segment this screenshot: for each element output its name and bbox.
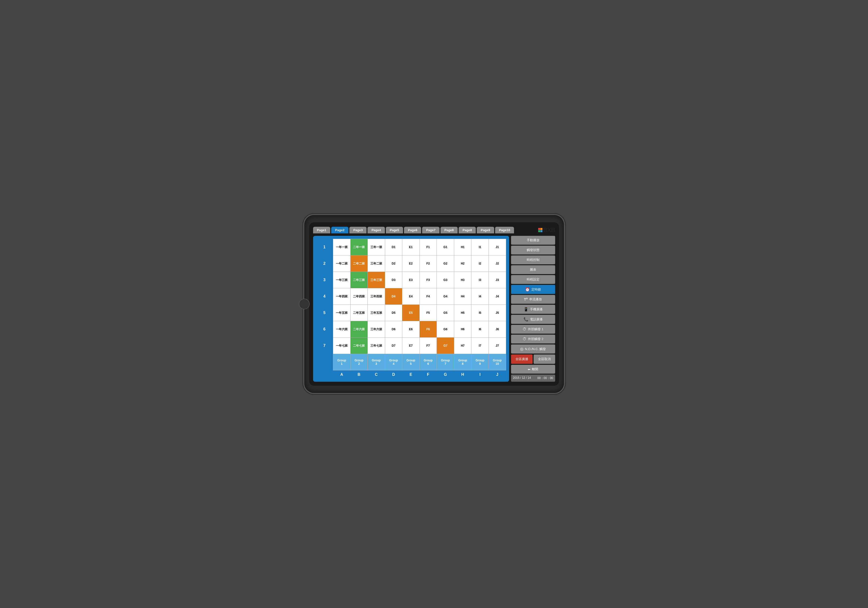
cell-6-A[interactable]: 一年六班 xyxy=(333,321,350,337)
cell-6-B[interactable]: 二年六班 xyxy=(350,321,368,337)
cell-4-H[interactable]: H4 xyxy=(454,288,471,305)
cell-3-J[interactable]: J3 xyxy=(488,272,506,288)
tab-page8a[interactable]: Page8 xyxy=(440,227,458,233)
sidebar-btn-stream[interactable]: T◎ 串流播放 xyxy=(511,295,555,304)
group-8[interactable]: Group 8 xyxy=(454,354,471,370)
cell-1-I[interactable]: I1 xyxy=(471,239,489,255)
cell-4-A[interactable]: 一年四班 xyxy=(333,288,350,305)
cell-7-D[interactable]: D7 xyxy=(385,337,402,354)
sidebar-btn-ext1[interactable]: ⏱ 外部觸發 1 xyxy=(511,325,555,334)
cell-7-I[interactable]: I7 xyxy=(471,337,489,354)
group-10[interactable]: Group 10 xyxy=(488,354,506,370)
cell-4-F[interactable]: F4 xyxy=(419,288,437,305)
sidebar-btn-ext2[interactable]: ⏱ 外部觸發 2 xyxy=(511,334,555,344)
cell-1-A[interactable]: 一年一班 xyxy=(333,239,350,255)
tab-page7[interactable]: Page7 xyxy=(422,227,439,233)
cell-2-D[interactable]: D2 xyxy=(385,255,402,272)
cell-6-G[interactable]: G6 xyxy=(437,321,454,337)
cell-5-J[interactable]: J5 xyxy=(488,305,506,321)
cell-5-G[interactable]: G5 xyxy=(437,305,454,321)
cell-3-B[interactable]: 二年三班 xyxy=(350,272,368,288)
tab-page1[interactable]: Page1 xyxy=(313,227,330,233)
cell-5-I[interactable]: I5 xyxy=(471,305,489,321)
group-1[interactable]: Group 1 xyxy=(333,354,350,370)
tab-page10[interactable]: Page10 xyxy=(495,227,514,233)
cell-6-H[interactable]: H6 xyxy=(454,321,471,337)
cell-4-B[interactable]: 二年四班 xyxy=(350,288,368,305)
tab-page2[interactable]: Page2 xyxy=(331,227,349,233)
cell-4-G[interactable]: G4 xyxy=(437,288,454,305)
cell-7-E[interactable]: E7 xyxy=(402,337,420,354)
cell-2-I[interactable]: I2 xyxy=(471,255,489,272)
cell-2-E[interactable]: E2 xyxy=(402,255,420,272)
cell-6-D[interactable]: D6 xyxy=(385,321,402,337)
home-button[interactable] xyxy=(299,299,310,309)
cell-3-C[interactable]: 三年三班 xyxy=(368,272,385,288)
group-7[interactable]: Group 7 xyxy=(437,354,454,370)
cell-1-G[interactable]: G1 xyxy=(437,239,454,255)
cell-1-D[interactable]: D1 xyxy=(385,239,402,255)
cell-2-J[interactable]: J2 xyxy=(488,255,506,272)
cell-4-D[interactable]: D4 xyxy=(385,288,402,305)
tab-page8b[interactable]: Page8 xyxy=(459,227,476,233)
cell-5-D[interactable]: D5 xyxy=(385,305,402,321)
cell-1-E[interactable]: E1 xyxy=(402,239,420,255)
exit-button[interactable]: ⬅ 離開 xyxy=(511,365,555,374)
cell-1-C[interactable]: 三年一班 xyxy=(368,239,385,255)
tab-page9[interactable]: Page9 xyxy=(477,227,494,233)
sidebar-btn-schedule-control[interactable]: 時程控制 xyxy=(511,255,555,264)
cancel-all-button[interactable]: 全區取消 xyxy=(533,355,555,364)
cell-3-G[interactable]: G3 xyxy=(437,272,454,288)
cell-7-B[interactable]: 二年七班 xyxy=(350,337,368,354)
sidebar-btn-trigger-state[interactable]: 觸發狀態 xyxy=(511,246,555,255)
cell-4-J[interactable]: J4 xyxy=(488,288,506,305)
cell-2-F[interactable]: F2 xyxy=(419,255,437,272)
cell-4-E[interactable]: E4 xyxy=(402,288,420,305)
sidebar-btn-timer[interactable]: ⏰ 定時鐘 xyxy=(511,285,555,294)
cell-3-F[interactable]: F3 xyxy=(419,272,437,288)
cell-7-H[interactable]: H7 xyxy=(454,337,471,354)
group-2[interactable]: Group 2 xyxy=(350,354,368,370)
cell-1-F[interactable]: F1 xyxy=(419,239,437,255)
cell-6-C[interactable]: 三年六班 xyxy=(368,321,385,337)
cell-5-C[interactable]: 三年五班 xyxy=(368,305,385,321)
cell-5-H[interactable]: H5 xyxy=(454,305,471,321)
cell-1-B[interactable]: 二年一班 xyxy=(350,239,368,255)
cell-3-I[interactable]: I3 xyxy=(471,272,489,288)
sidebar-btn-schedule-set[interactable]: 時程設定 xyxy=(511,275,555,284)
cell-3-H[interactable]: H3 xyxy=(454,272,471,288)
sidebar-btn-chart[interactable]: 圖表 xyxy=(511,265,555,274)
group-4[interactable]: Group 4 xyxy=(385,354,402,370)
sidebar-btn-mobile[interactable]: 📱 手機廣播 xyxy=(511,305,555,314)
cell-5-E[interactable]: E5 xyxy=(402,305,420,321)
cell-3-D[interactable]: D3 xyxy=(385,272,402,288)
cell-6-J[interactable]: J6 xyxy=(488,321,506,337)
cell-6-I[interactable]: I6 xyxy=(471,321,489,337)
cell-3-A[interactable]: 一年三班 xyxy=(333,272,350,288)
cell-2-B[interactable]: 二年二班 xyxy=(350,255,368,272)
cell-5-F[interactable]: F5 xyxy=(419,305,437,321)
broadcast-button[interactable]: 全區廣播 xyxy=(511,355,533,364)
cell-2-H[interactable]: H2 xyxy=(454,255,471,272)
tab-page6[interactable]: Page6 xyxy=(404,227,421,233)
cell-2-A[interactable]: 一年二班 xyxy=(333,255,350,272)
cell-2-C[interactable]: 三年二班 xyxy=(368,255,385,272)
cell-7-C[interactable]: 三年七班 xyxy=(368,337,385,354)
cell-7-A[interactable]: 一年七班 xyxy=(333,337,350,354)
cell-4-C[interactable]: 三年四班 xyxy=(368,288,385,305)
cell-6-F[interactable]: F6 xyxy=(419,321,437,337)
cell-5-B[interactable]: 二年五班 xyxy=(350,305,368,321)
tab-page4[interactable]: Page4 xyxy=(367,227,384,233)
group-5[interactable]: Group 5 xyxy=(402,354,420,370)
group-9[interactable]: Group 9 xyxy=(471,354,489,370)
group-3[interactable]: Group 3 xyxy=(368,354,385,370)
cell-2-G[interactable]: G2 xyxy=(437,255,454,272)
cell-7-F[interactable]: F7 xyxy=(419,337,437,354)
cell-1-H[interactable]: H1 xyxy=(454,239,471,255)
cell-6-E[interactable]: E6 xyxy=(402,321,420,337)
cell-3-E[interactable]: E3 xyxy=(402,272,420,288)
sidebar-btn-phone[interactable]: 📞 電話廣播 xyxy=(511,315,555,324)
cell-7-G[interactable]: G7 xyxy=(437,337,454,354)
cell-4-I[interactable]: I4 xyxy=(471,288,489,305)
cell-1-J[interactable]: J1 xyxy=(488,239,506,255)
